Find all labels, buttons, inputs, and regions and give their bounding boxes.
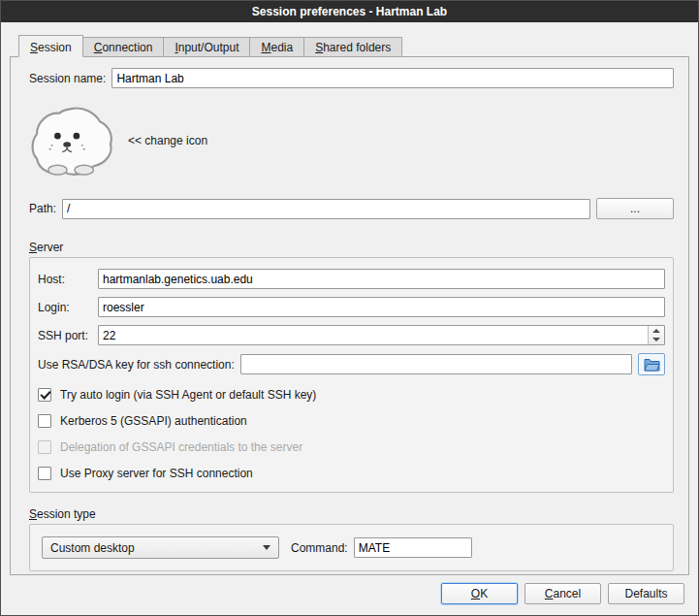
rsa-key-row: Use RSA/DSA key for ssh connection: [38, 353, 665, 375]
auto-login-checkbox[interactable] [38, 388, 51, 402]
ok-button[interactable]: OK [441, 583, 518, 604]
tab-shared-folders[interactable]: Shared folders [303, 37, 402, 57]
tab-bar: Session Connection Input/Output Media Sh… [18, 35, 698, 57]
session-type-groupbox: Custom desktop Command: [29, 524, 674, 571]
host-input[interactable] [98, 269, 665, 289]
proxy-row: Use Proxy server for SSH connection [38, 467, 665, 480]
defaults-button[interactable]: Defaults [608, 583, 684, 604]
command-input[interactable] [354, 537, 472, 558]
rsa-key-label: Use RSA/DSA key for ssh connection: [38, 358, 235, 372]
login-row: Login: [38, 297, 665, 317]
ssh-port-input[interactable] [98, 325, 665, 345]
command-label: Command: [291, 541, 348, 555]
gssapi-delegation-row: Delegation of GSSAPI credentials to the … [38, 440, 665, 454]
tab-input-output[interactable]: Input/Output [163, 37, 250, 57]
login-label: Login: [38, 301, 98, 314]
session-type-dropdown[interactable]: Custom desktop [42, 536, 279, 559]
window-title: Session preferences - Hartman Lab [252, 5, 447, 18]
cancel-button[interactable]: Cancel [524, 583, 601, 604]
tab-media[interactable]: Media [249, 37, 304, 57]
auto-login-label: Try auto login (via SSH Agent or default… [60, 388, 316, 402]
change-icon-label[interactable]: << change icon [128, 134, 207, 147]
session-name-label: Session name: [29, 72, 106, 85]
kerberos-label: Kerberos 5 (GSSAPI) authentication [60, 414, 247, 428]
kerberos-row: Kerberos 5 (GSSAPI) authentication [38, 414, 665, 428]
proxy-checkbox[interactable] [38, 467, 51, 480]
gssapi-delegation-checkbox [38, 440, 51, 454]
session-icon-row: << change icon [29, 103, 674, 178]
auto-login-row: Try auto login (via SSH Agent or default… [38, 388, 665, 402]
ssh-port-row: SSH port: [38, 325, 665, 345]
session-name-input[interactable] [111, 68, 674, 88]
server-groupbox: Host: Login: SSH port: Use RSA/DSA key [29, 257, 674, 493]
spin-up-icon[interactable] [649, 326, 664, 336]
spin-down-icon[interactable] [649, 336, 664, 345]
server-group-heading: Server [29, 241, 674, 254]
titlebar[interactable]: Session preferences - Hartman Lab [1, 1, 698, 22]
ssh-port-spin-buttons [648, 326, 664, 344]
path-browse-button[interactable]: ... [596, 198, 674, 219]
ssh-port-label: SSH port: [38, 329, 98, 342]
seal-icon[interactable] [29, 104, 116, 178]
host-label: Host: [38, 273, 98, 286]
ssh-port-spinbox [98, 325, 665, 345]
session-preferences-dialog: Session preferences - Hartman Lab Sessio… [0, 0, 699, 616]
dialog-footer: OK Cancel Defaults [1, 575, 698, 615]
gssapi-delegation-label: Delegation of GSSAPI credentials to the … [60, 440, 302, 454]
path-input[interactable] [62, 199, 590, 219]
login-input[interactable] [98, 297, 665, 317]
path-label: Path: [29, 202, 56, 215]
chevron-down-icon [263, 545, 270, 550]
session-type-heading: Session type [29, 507, 674, 521]
tab-session[interactable]: Session [18, 35, 83, 57]
rsa-key-input[interactable] [240, 354, 632, 374]
session-type-selected-value: Custom desktop [50, 541, 257, 555]
tab-connection[interactable]: Connection [82, 37, 165, 57]
session-name-row: Session name: [29, 68, 674, 88]
path-row: Path: ... [29, 198, 674, 219]
folder-icon [644, 358, 660, 372]
session-tab-panel: Session name: << change icon Path: ... S… [10, 56, 689, 575]
proxy-label: Use Proxy server for SSH connection [60, 467, 253, 480]
rsa-key-browse-button[interactable] [638, 353, 665, 375]
kerberos-checkbox[interactable] [38, 414, 51, 428]
host-row: Host: [38, 269, 665, 289]
